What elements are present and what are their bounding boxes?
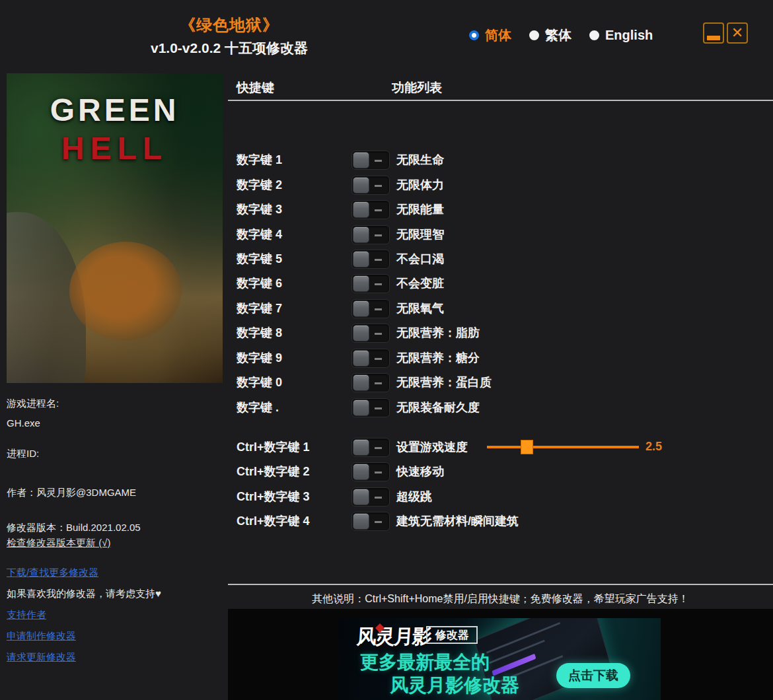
toggle-fast-move[interactable]: [351, 462, 390, 481]
support-author-link[interactable]: 支持作者: [7, 609, 46, 621]
hotkey-label: 数字键 6: [237, 275, 342, 291]
function-label: 超级跳: [396, 489, 432, 505]
toggle-infinite-carbs[interactable]: [351, 349, 390, 368]
toggle-knob[interactable]: [353, 152, 369, 168]
toggle-infinite-sanity[interactable]: [351, 225, 390, 244]
toggle-knob[interactable]: [353, 275, 369, 292]
toggle-knob[interactable]: [353, 513, 369, 530]
toggle-off-dash-icon: [375, 185, 382, 187]
trainer-row-15: Ctrl+数字键 4 建筑无需材料/瞬间建筑: [228, 508, 773, 534]
function-label: 无限装备耐久度: [396, 400, 480, 415]
trainer-row-3: 数字键 3 无限能量: [228, 197, 773, 222]
trainer-row-12-game-speed: Ctrl+数字键 1 设置游戏速度 2.5: [228, 435, 773, 460]
toggle-off-dash-icon: [375, 407, 382, 409]
trainer-row-4: 数字键 4 无限理智: [228, 222, 773, 247]
toggle-off-dash-icon: [375, 521, 382, 523]
ad-banner[interactable]: 风灵月影 修改器 更多最新最全的 风灵月影修改器 点击下载: [338, 618, 661, 700]
hotkey-label: 数字键 4: [237, 227, 342, 242]
banner-tagline-2: 风灵月影修改器: [390, 673, 519, 698]
download-button[interactable]: 点击下载: [556, 663, 630, 688]
toggle-infinite-protein[interactable]: [351, 373, 390, 392]
process-name-label: 游戏进程名:: [7, 398, 59, 410]
request-trainer-link[interactable]: 申请制作修改器: [7, 630, 76, 643]
toggle-game-speed[interactable]: [351, 438, 390, 457]
toggle-infinite-fat[interactable]: [351, 324, 390, 343]
check-update-link[interactable]: 检查修改器版本更新 (√): [7, 537, 110, 549]
lang-option-english[interactable]: English: [589, 28, 653, 43]
close-icon: ✕: [731, 26, 743, 40]
trainer-row-9: 数字键 9 无限营养：糖分: [228, 345, 773, 370]
toggle-off-dash-icon: [375, 283, 382, 285]
toggle-off-dash-icon: [375, 497, 382, 499]
trainer-row-10: 数字键 0 无限营养：蛋白质: [228, 370, 773, 395]
toggle-knob[interactable]: [353, 177, 369, 193]
lang-label-simplified: 简体: [485, 26, 511, 44]
toggle-knob[interactable]: [353, 300, 369, 317]
toggle-knob[interactable]: [353, 374, 369, 391]
toggle-infinite-durability[interactable]: [351, 398, 390, 417]
lang-option-traditional[interactable]: 繁体: [529, 26, 571, 44]
lang-option-simplified[interactable]: 简体: [469, 26, 511, 44]
toggle-knob[interactable]: [353, 251, 369, 267]
toggle-free-build[interactable]: [351, 512, 390, 531]
toggle-knob[interactable]: [353, 439, 369, 456]
toggle-off-dash-icon: [375, 308, 382, 310]
request-update-link[interactable]: 请求更新修改器: [7, 651, 76, 664]
trainer-row-7: 数字键 7 无限氧气: [228, 296, 773, 321]
game-speed-slider-track[interactable]: [487, 446, 639, 448]
process-name-value: GH.exe: [7, 417, 40, 429]
radio-icon: [529, 30, 539, 40]
app-title: 《绿色地狱》: [0, 15, 459, 36]
function-label: 无限营养：糖分: [396, 350, 480, 366]
app-subtitle: v1.0-v2.0.2 十五项修改器: [0, 39, 459, 57]
support-note: 如果喜欢我的修改器，请考虑支持♥: [7, 588, 161, 600]
toggle-infinite-health[interactable]: [351, 151, 390, 170]
toggle-no-dirt[interactable]: [351, 274, 390, 293]
trainer-badge: 修改器: [426, 626, 478, 644]
hotkey-label: 数字键 3: [237, 201, 342, 217]
game-cover-image: GREEN HELL: [7, 73, 223, 383]
function-label: 无限体力: [396, 177, 444, 193]
toggle-knob[interactable]: [353, 489, 369, 505]
function-label: 无限生命: [396, 152, 444, 168]
toggle-knob[interactable]: [353, 227, 369, 243]
toggle-infinite-energy[interactable]: [351, 200, 390, 219]
cover-title-green: GREEN: [7, 92, 223, 128]
header-divider: [228, 100, 773, 101]
function-label: 快速移动: [396, 464, 444, 479]
toggle-knob[interactable]: [353, 350, 369, 367]
other-instructions-note: 其他说明：Ctrl+Shift+Home禁用/启用快捷键；免费修改器，希望玩家广…: [228, 592, 773, 606]
cover-title-hell: HELL: [7, 130, 223, 166]
hotkey-label: Ctrl+数字键 2: [237, 464, 342, 479]
toggle-super-jump[interactable]: [351, 487, 390, 507]
more-trainers-link[interactable]: 下载/查找更多修改器: [7, 567, 98, 579]
trainer-row-1: 数字键 1 无限生命: [228, 147, 773, 172]
trainer-row-14: Ctrl+数字键 3 超级跳: [228, 484, 773, 509]
function-label: 无限理智: [396, 227, 444, 242]
minimize-icon: [707, 36, 720, 40]
toggle-knob[interactable]: [353, 400, 369, 416]
toggle-off-dash-icon: [375, 259, 382, 261]
hotkey-label: Ctrl+数字键 3: [237, 489, 342, 505]
toggle-no-thirst[interactable]: [351, 250, 390, 269]
function-column-header: 功能列表: [392, 79, 442, 96]
footer-divider: [228, 584, 773, 585]
hotkey-label: 数字键 1: [237, 152, 342, 168]
game-speed-slider-knob[interactable]: [521, 440, 533, 454]
hotkey-label: 数字键 7: [237, 300, 342, 316]
function-label: 无限营养：脂肪: [396, 325, 480, 341]
function-label: 无限氧气: [396, 300, 444, 316]
toggle-knob[interactable]: [353, 464, 369, 480]
hotkey-label: Ctrl+数字键 1: [237, 439, 342, 455]
toggle-off-dash-icon: [375, 209, 382, 211]
close-button[interactable]: ✕: [727, 22, 748, 44]
toggle-off-dash-icon: [375, 447, 382, 449]
toggle-knob[interactable]: [353, 325, 369, 341]
minimize-button[interactable]: [703, 22, 724, 44]
toggle-infinite-oxygen[interactable]: [351, 299, 390, 318]
toggle-knob[interactable]: [353, 201, 369, 218]
window-title-block: 《绿色地狱》 v1.0-v2.0.2 十五项修改器: [0, 15, 459, 57]
function-label: 无限能量: [396, 201, 444, 217]
toggle-infinite-stamina[interactable]: [351, 176, 390, 195]
lang-label-traditional: 繁体: [545, 26, 571, 44]
